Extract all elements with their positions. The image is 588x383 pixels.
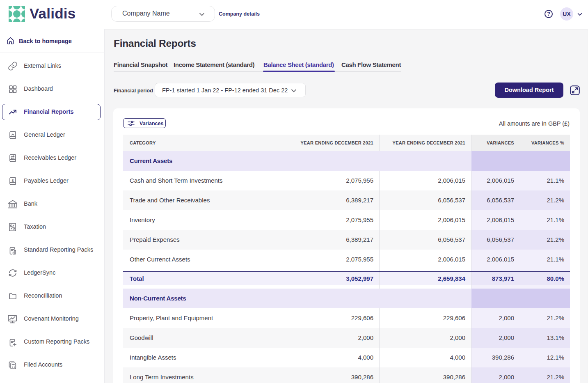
svg-text:$: $ [12, 178, 14, 183]
